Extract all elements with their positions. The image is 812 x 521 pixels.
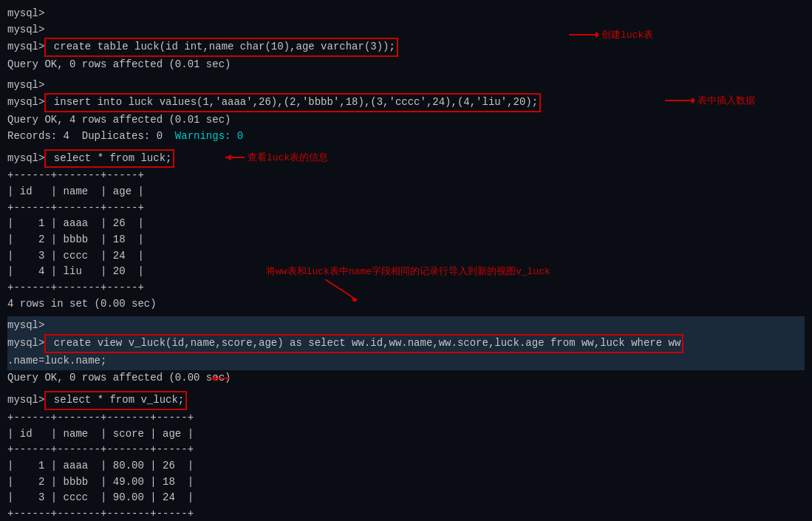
table-header-luck: | id | name | age | (7, 184, 805, 200)
create-view-cont: .name=luck.name; (7, 353, 805, 370)
table2-header: | id | name | score | age | (7, 426, 805, 443)
terminal-line-2: mysql> (7, 22, 805, 38)
prompt: mysql> (7, 95, 44, 111)
svg-line-6 (325, 279, 355, 299)
table-row-3: | 3 | cccc | 24 | (7, 248, 805, 265)
annotation-view-desc-text: 将ww表和luck表中name字段相同的记录行导入到新的视图v_luck (266, 265, 550, 278)
blue-section: mysql> mysql> create view v_luck(id,name… (7, 316, 805, 370)
table2-row-1: | 1 | aaaa | 80.00 | 26 | (7, 458, 805, 474)
arrow-5 (211, 372, 231, 384)
annotation-select-luck: 查看luck表的信息 (225, 151, 328, 164)
create-view-cmd: create view v_luck(id,name,score,age) as… (44, 334, 683, 353)
terminal: mysql> mysql> mysql> create table luck(i… (0, 0, 812, 521)
create-table-cmd: create table luck(id int,name char(10),a… (44, 38, 398, 57)
terminal-line-3: mysql> create table luck(id int,name cha… (7, 38, 805, 57)
table2-border-bot: +------+-------+-------+-----+ (7, 506, 805, 521)
svg-marker-1 (596, 32, 598, 38)
terminal-line-blue-1: mysql> (7, 318, 805, 334)
terminal-line-1: mysql> (7, 6, 805, 22)
annotation-create-table: 创建luck表 (569, 28, 653, 41)
terminal-line-9: mysql> select * from luck; (7, 149, 805, 168)
terminal-line-5: mysql> (7, 78, 805, 94)
prompt-blue: mysql> (7, 336, 44, 352)
table-row-2: | 2 | bbbb | 18 | (7, 232, 805, 248)
terminal-line-8: Records: 4 Duplicates: 0 Warnings: 0 (7, 129, 805, 145)
annotation-insert-text: 表中插入数据 (697, 94, 755, 107)
svg-marker-3 (692, 98, 695, 103)
arrow-4 (251, 279, 399, 302)
annotation-select-luck-text: 查看luck表的信息 (248, 151, 328, 164)
table-border-top: +------+-------+-----+ (7, 168, 805, 184)
annotation-select-vluck (211, 372, 233, 384)
table2-border-mid: +------+-------+-------+-----+ (7, 442, 805, 458)
svg-marker-7 (352, 299, 358, 302)
annotation-insert: 表中插入数据 (665, 94, 755, 107)
table-border-mid: +------+-------+-----+ (7, 200, 805, 217)
arrow-3 (225, 151, 246, 163)
prompt: mysql> (7, 39, 44, 55)
table2-row-2: | 2 | bbbb | 49.00 | 18 | (7, 474, 805, 491)
terminal-line-7: Query OK, 4 rows affected (0.01 sec) (7, 112, 805, 129)
arrow-2 (665, 95, 695, 106)
prompt: mysql> (7, 151, 44, 167)
annotation-create-table-text: 创建luck表 (601, 28, 653, 41)
insert-cmd: insert into luck values(1,'aaaa',26),(2,… (44, 93, 541, 112)
prompt: mysql> (7, 392, 44, 409)
warnings-text: Warnings: 0 (175, 130, 243, 142)
select-vluck-cmd: select * from v_luck; (44, 391, 187, 410)
terminal-line-4: Query OK, 0 rows affected (0.01 sec) (7, 57, 805, 73)
annotation-view-desc: 将ww表和luck表中name字段相同的记录行导入到新的视图v_luck (251, 265, 550, 302)
query-ok-view: Query OK, 0 rows affected (0.00 sec) (7, 370, 805, 387)
table-row-1: | 1 | aaaa | 26 | (7, 216, 805, 232)
arrow-1 (569, 29, 598, 41)
table2-row-3: | 3 | cccc | 90.00 | 24 | (7, 490, 805, 506)
select-luck-cmd: select * from luck; (44, 149, 174, 168)
terminal-line-vluck: mysql> select * from v_luck; (7, 391, 805, 410)
terminal-line-blue-2: mysql> create view v_luck(id,name,score,… (7, 334, 805, 353)
table2-border-top: +------+-------+-------+-----+ (7, 410, 805, 426)
